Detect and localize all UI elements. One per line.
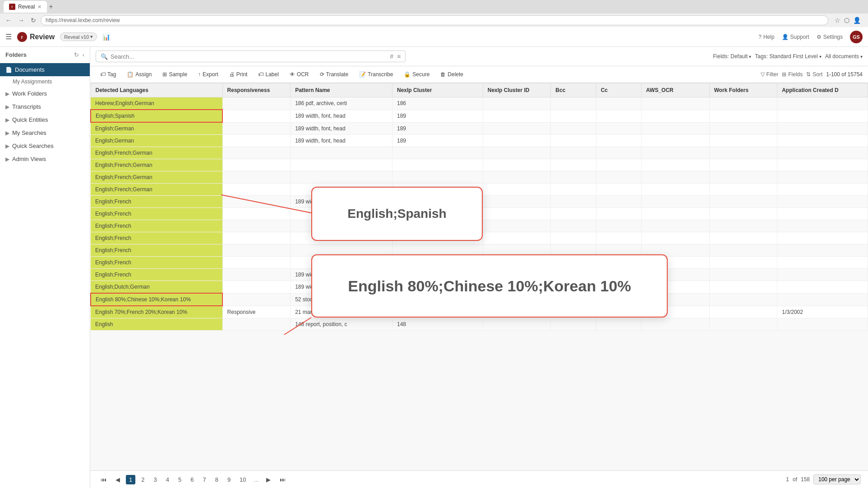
table-cell[interactable] (483, 208, 551, 220)
active-tab[interactable]: r Reveal ✕ (4, 1, 47, 13)
detected-lang-cell[interactable]: English;French (91, 208, 222, 220)
table-cell[interactable] (222, 232, 291, 244)
sidebar-item-quick-entities[interactable]: ▶ Quick Entities (0, 113, 90, 126)
table-cell[interactable] (222, 97, 291, 110)
table-cell[interactable] (596, 257, 641, 269)
delete-button[interactable]: 🗑 Delete (436, 69, 468, 80)
sidebar-item-quick-searches[interactable]: ▶ Quick Searches (0, 139, 90, 152)
table-cell[interactable] (291, 159, 392, 171)
detected-lang-cell[interactable]: English;French (91, 196, 222, 208)
table-cell[interactable] (291, 184, 392, 196)
last-page-button[interactable]: ⏭ (277, 475, 289, 484)
table-cell[interactable] (483, 293, 551, 306)
table-cell[interactable] (392, 220, 483, 232)
table-cell[interactable] (709, 281, 777, 294)
page-3[interactable]: 3 (150, 475, 160, 484)
table-cell[interactable]: 1/3/2002 (777, 306, 868, 318)
table-row[interactable]: Hebrew;English;German186 pdf, archive, c… (91, 97, 868, 110)
fields-button[interactable]: ⊞ Fields (782, 71, 803, 78)
table-cell[interactable]: 148 (392, 318, 483, 331)
table-cell[interactable] (777, 122, 868, 135)
table-cell[interactable] (551, 281, 596, 294)
table-cell[interactable] (709, 110, 777, 122)
table-cell[interactable]: 189 width, font, head (291, 269, 392, 281)
detected-lang-cell[interactable]: English;French (91, 244, 222, 257)
table-cell[interactable] (709, 208, 777, 220)
table-cell[interactable] (777, 135, 868, 147)
hamburger-menu-icon[interactable]: ☰ (5, 32, 12, 41)
detected-lang-cell[interactable]: English;German (91, 135, 222, 147)
table-cell[interactable] (642, 281, 710, 294)
table-cell[interactable] (777, 159, 868, 171)
filter-options-icon[interactable]: ≡ (397, 53, 401, 60)
table-cell[interactable] (642, 135, 710, 147)
table-cell[interactable]: 189 (392, 122, 483, 135)
table-cell[interactable] (777, 208, 868, 220)
detected-lang-cell[interactable]: English (91, 318, 222, 331)
col-cc[interactable]: Cc (596, 83, 641, 97)
page-5[interactable]: 5 (175, 475, 185, 484)
table-cell[interactable] (551, 110, 596, 122)
table-row[interactable]: English 80%;Chinese 10%;Korean 10%52 sto… (91, 293, 868, 306)
col-app-created[interactable]: Application Created D (777, 83, 868, 97)
table-cell[interactable] (551, 208, 596, 220)
table-cell[interactable] (222, 318, 291, 331)
table-cell[interactable]: 189 (392, 281, 483, 294)
new-tab-button[interactable]: + (49, 3, 53, 11)
table-cell[interactable] (483, 281, 551, 294)
prev-page-button[interactable]: ◀ (112, 475, 123, 484)
table-cell[interactable] (392, 244, 483, 257)
table-cell[interactable] (709, 306, 777, 318)
print-button[interactable]: 🖨 Print (225, 69, 252, 80)
table-cell[interactable] (222, 171, 291, 184)
table-cell[interactable] (596, 196, 641, 208)
forward-button[interactable]: → (16, 16, 26, 25)
table-cell[interactable] (709, 159, 777, 171)
table-cell[interactable] (551, 196, 596, 208)
table-cell[interactable] (777, 269, 868, 281)
table-cell[interactable] (596, 171, 641, 184)
table-row[interactable]: English;French189 width, font, head189 (91, 196, 868, 208)
table-row[interactable]: English;French;German (91, 184, 868, 196)
table-cell[interactable]: 186 pdf, archive, certi (291, 97, 392, 110)
sidebar-item-my-assignments[interactable]: My Assignments (0, 76, 90, 87)
page-8[interactable]: 8 (212, 475, 222, 484)
table-cell[interactable] (596, 122, 641, 135)
sidebar-item-my-searches[interactable]: ▶ My Searches (0, 126, 90, 139)
table-cell[interactable] (777, 293, 868, 306)
tags-dropdown[interactable]: Tags: Standard First Level ▾ (755, 53, 821, 60)
detected-lang-cell[interactable]: English;French (91, 220, 222, 232)
table-cell[interactable] (483, 159, 551, 171)
table-cell[interactable]: 189 width, font, head (291, 135, 392, 147)
table-cell[interactable]: 21 management, dire (291, 306, 392, 318)
table-row[interactable]: English;French;German (91, 159, 868, 171)
table-cell[interactable] (642, 269, 710, 281)
table-row[interactable]: English;German189 width, font, head189 (91, 122, 868, 135)
table-cell[interactable] (551, 232, 596, 244)
table-cell[interactable] (642, 293, 710, 306)
hash-icon[interactable]: # (390, 53, 393, 60)
table-cell[interactable] (777, 232, 868, 244)
table-cell[interactable] (777, 220, 868, 232)
table-cell[interactable] (642, 306, 710, 318)
detected-lang-cell[interactable]: English;German (91, 122, 222, 135)
sidebar-item-admin-views[interactable]: ▶ Admin Views (0, 152, 90, 166)
table-cell[interactable] (483, 220, 551, 232)
detected-lang-cell[interactable]: English;French;German (91, 159, 222, 171)
table-cell[interactable] (551, 135, 596, 147)
table-cell[interactable] (392, 159, 483, 171)
table-cell[interactable] (642, 171, 710, 184)
page-7[interactable]: 7 (199, 475, 209, 484)
per-page-select[interactable]: 100 per page 50 per page 25 per page (813, 474, 861, 484)
table-row[interactable]: English;French (91, 232, 868, 244)
table-cell[interactable] (551, 318, 596, 331)
table-cell[interactable] (483, 184, 551, 196)
assign-button[interactable]: 📋 Assign (122, 69, 156, 80)
table-cell[interactable] (642, 147, 710, 159)
col-aws-ocr[interactable]: AWS_OCR (642, 83, 710, 97)
table-cell[interactable] (777, 318, 868, 331)
table-cell[interactable] (551, 269, 596, 281)
url-input[interactable] (41, 15, 828, 25)
table-cell[interactable] (483, 196, 551, 208)
table-cell[interactable]: 189 width, font, head (291, 122, 392, 135)
